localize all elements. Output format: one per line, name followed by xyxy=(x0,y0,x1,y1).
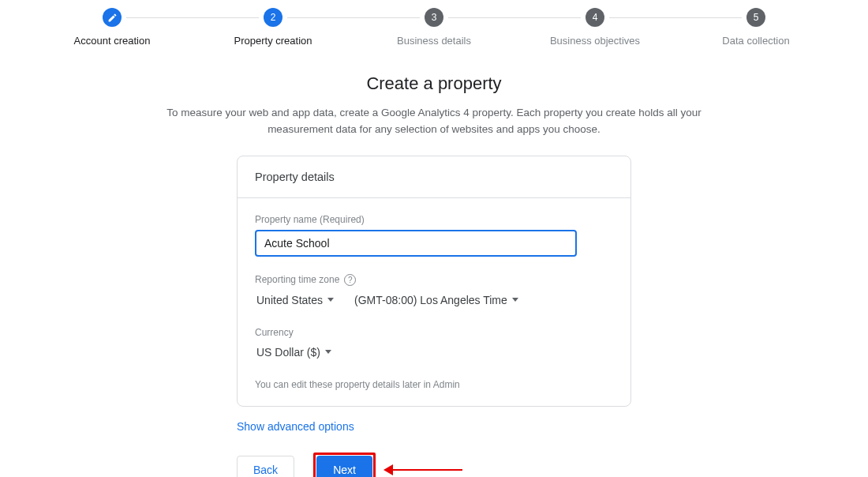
step-label: Business details xyxy=(397,35,471,47)
property-name-label: Property name (Required) xyxy=(255,214,613,225)
property-name-input[interactable] xyxy=(255,230,577,257)
step-business-objectives: 4 Business objectives xyxy=(514,8,675,47)
check-icon xyxy=(103,8,122,27)
show-advanced-options-link[interactable]: Show advanced options xyxy=(237,420,354,433)
page-title: Create a property xyxy=(0,73,868,94)
caret-down-icon xyxy=(327,298,334,302)
button-row: Back Next xyxy=(237,453,631,477)
caret-down-icon xyxy=(325,350,331,354)
step-label: Account creation xyxy=(74,35,151,47)
step-label: Property creation xyxy=(234,35,312,47)
caret-down-icon xyxy=(512,298,518,302)
step-label: Business objectives xyxy=(550,35,640,47)
step-number-icon: 3 xyxy=(425,8,443,27)
help-icon[interactable]: ? xyxy=(344,274,356,286)
page-heading: Create a property To measure your web an… xyxy=(0,73,868,138)
property-details-card: Property details Property name (Required… xyxy=(237,156,631,407)
next-button[interactable]: Next xyxy=(316,456,372,477)
step-business-details: 3 Business details xyxy=(354,8,514,47)
step-label: Data collection xyxy=(722,35,789,47)
page-subtitle: To measure your web and app data, create… xyxy=(134,105,734,138)
step-number-icon: 4 xyxy=(586,8,604,27)
currency-label: Currency xyxy=(255,327,613,338)
step-number-icon: 2 xyxy=(264,8,282,27)
currency-select[interactable]: US Dollar ($) xyxy=(255,343,333,362)
step-property-creation[interactable]: 2 Property creation xyxy=(193,8,354,47)
step-account-creation[interactable]: Account creation xyxy=(32,8,193,47)
timezone-label: Reporting time zone ? xyxy=(255,274,613,286)
edit-later-hint: You can edit these property details late… xyxy=(255,379,613,390)
back-button[interactable]: Back xyxy=(237,456,294,477)
annotation-highlight: Next xyxy=(313,453,376,477)
card-section-title: Property details xyxy=(238,156,630,198)
timezone-offset-select[interactable]: (GMT-08:00) Los Angeles Time xyxy=(353,291,520,310)
step-number-icon: 5 xyxy=(746,8,765,27)
step-data-collection: 5 Data collection xyxy=(675,8,836,47)
stepper: Account creation 2 Property creation 3 B… xyxy=(0,0,868,47)
annotation-arrow-icon xyxy=(391,469,462,471)
timezone-country-select[interactable]: United States xyxy=(255,291,335,310)
